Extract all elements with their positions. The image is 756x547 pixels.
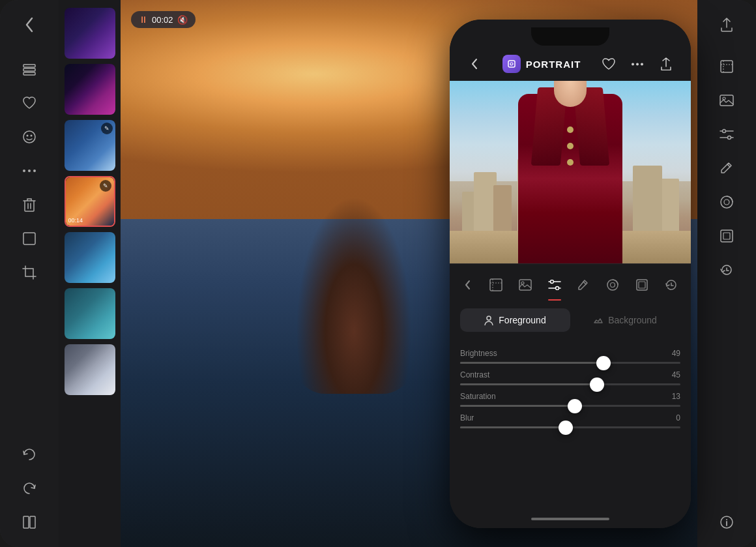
phone-border-tool[interactable] — [629, 272, 655, 298]
thumbnail-2[interactable] — [65, 64, 115, 115]
thumb-image-5 — [65, 232, 115, 283]
timer-badge: ⏸ 00:02 🔇 — [131, 11, 196, 28]
phone-home-indicator — [450, 510, 691, 528]
tablet-frame: ✎ ✎ 00:14 ⏸ 00:02 🔇 — [0, 0, 756, 547]
phone-more-button[interactable] — [626, 52, 649, 76]
svg-rect-25 — [723, 233, 730, 239]
svg-rect-12 — [721, 61, 733, 72]
phone-content: PORTRAIT — [450, 20, 691, 528]
edit-tool-right[interactable] — [712, 154, 741, 183]
adjust-tool-right[interactable] — [712, 120, 741, 149]
svg-rect-2 — [23, 72, 35, 75]
svg-rect-9 — [23, 233, 35, 244]
foreground-tab-icon — [484, 315, 493, 325]
phone-share-button[interactable] — [654, 52, 678, 76]
svg-point-48 — [487, 316, 491, 320]
blur-track[interactable] — [460, 426, 680, 428]
foreground-tab[interactable]: Foreground — [460, 308, 570, 332]
saturation-track[interactable] — [460, 405, 680, 407]
share-button[interactable] — [712, 10, 741, 39]
thumb-edit-badge-3: ✎ — [101, 123, 113, 134]
thumbnail-6[interactable] — [65, 288, 115, 339]
split-button[interactable] — [15, 508, 44, 537]
svg-point-4 — [27, 135, 29, 137]
phone-image-tool[interactable] — [512, 272, 538, 298]
svg-point-16 — [723, 97, 725, 100]
phone-crop-tool[interactable] — [483, 272, 509, 298]
delete-button[interactable] — [15, 190, 44, 219]
phone-notch — [531, 27, 609, 46]
thumbnail-5[interactable] — [65, 232, 115, 283]
history-tool-right[interactable] — [712, 256, 741, 284]
info-button[interactable] — [712, 508, 741, 537]
svg-point-33 — [641, 63, 643, 65]
undo-button[interactable] — [15, 440, 44, 469]
svg-point-6 — [23, 170, 25, 172]
thumb-image-1 — [65, 8, 115, 59]
phone-mask-tool[interactable] — [600, 272, 626, 298]
more-button[interactable] — [15, 156, 44, 185]
blur-slider-row: Blur 0 — [460, 413, 680, 428]
background-tab[interactable]: Background — [570, 308, 680, 332]
saturation-value: 13 — [672, 392, 680, 401]
phone-history-tool[interactable] — [658, 272, 684, 298]
phone-frame: PORTRAIT — [450, 20, 691, 528]
thumb-time-4: 00:14 — [68, 217, 83, 224]
thumbnail-4[interactable]: ✎ 00:14 — [65, 176, 115, 227]
svg-point-32 — [636, 63, 639, 65]
foreground-tab-label: Foreground — [499, 315, 545, 325]
brightness-thumb[interactable] — [596, 356, 611, 370]
right-sidebar-bottom — [712, 505, 741, 539]
blur-fill — [460, 426, 566, 428]
blur-thumb[interactable] — [559, 421, 573, 435]
svg-rect-47 — [639, 282, 645, 288]
redo-button[interactable] — [15, 474, 44, 503]
fg-bg-tabs: Foreground Background — [450, 303, 691, 337]
contrast-header: Contrast 45 — [460, 370, 680, 379]
brightness-header: Brightness 49 — [460, 349, 680, 358]
image-tool-right[interactable] — [712, 86, 741, 115]
saturation-slider-row: Saturation 13 — [460, 392, 680, 407]
layers-button[interactable] — [15, 55, 44, 83]
pause-icon: ⏸ — [139, 14, 148, 25]
back-button[interactable] — [15, 10, 44, 39]
frame-button[interactable] — [15, 224, 44, 253]
crop-tool-right[interactable] — [712, 52, 741, 81]
thumb-image-7 — [65, 344, 115, 395]
mask-tool-right[interactable] — [712, 188, 741, 216]
contrast-thumb[interactable] — [590, 377, 604, 392]
svg-point-40 — [550, 280, 553, 284]
contrast-label: Contrast — [460, 370, 489, 379]
svg-rect-11 — [30, 516, 35, 528]
thumb-edit-badge-4: ✎ — [100, 180, 111, 192]
thumbnail-7[interactable] — [65, 344, 115, 395]
phone-toolbar-back[interactable] — [456, 273, 480, 297]
svg-rect-1 — [23, 68, 35, 71]
thumbnail-1[interactable] — [65, 8, 115, 59]
thumbnail-3[interactable]: ✎ — [65, 120, 115, 171]
svg-rect-34 — [490, 279, 502, 291]
svg-point-30 — [510, 63, 513, 65]
left-sidebar-bottom — [15, 437, 44, 539]
svg-point-38 — [521, 282, 524, 284]
phone-heart-button[interactable] — [597, 52, 620, 76]
brightness-slider-row: Brightness 49 — [460, 349, 680, 364]
saturation-thumb[interactable] — [568, 399, 582, 413]
background-tab-label: Background — [608, 315, 657, 325]
svg-rect-24 — [721, 230, 733, 242]
phone-edit-tool[interactable] — [570, 272, 596, 298]
phone-back-button[interactable] — [463, 52, 486, 76]
border-tool-right[interactable] — [712, 222, 741, 250]
svg-point-23 — [724, 200, 729, 205]
crop-button[interactable] — [15, 258, 44, 287]
contrast-track[interactable] — [460, 383, 680, 385]
stickers-button[interactable] — [15, 123, 44, 151]
svg-rect-10 — [23, 516, 29, 528]
woman-figure — [508, 81, 632, 263]
thumb-image-2 — [65, 64, 115, 115]
svg-point-18 — [723, 130, 726, 133]
phone-adjust-tool[interactable] — [542, 272, 568, 298]
heart-button[interactable] — [15, 89, 44, 117]
svg-point-31 — [632, 63, 634, 65]
brightness-track[interactable] — [460, 362, 680, 364]
